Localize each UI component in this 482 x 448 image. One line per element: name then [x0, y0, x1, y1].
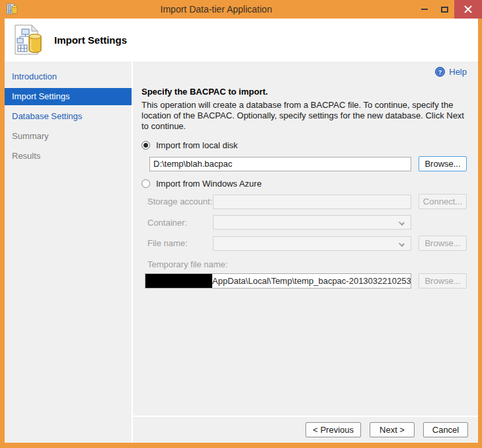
wizard-header: Import Settings — [5, 19, 478, 62]
file-name-label: File name: — [147, 238, 213, 248]
radio-windows-azure-label: Import from Windows Azure — [156, 179, 262, 189]
help-row: ? Help — [141, 67, 467, 77]
minimize-button[interactable] — [415, 0, 434, 19]
main-panel: ? Help Specify the BACPAC to import. Thi… — [133, 62, 478, 443]
sidebar-item-database-settings[interactable]: Database Settings — [5, 108, 132, 125]
container-dropdown — [213, 215, 411, 230]
file-name-dropdown — [213, 236, 411, 251]
chevron-down-icon — [399, 220, 405, 226]
window-title: Import Data-tier Application — [18, 4, 415, 15]
sidebar-item-results: Results — [5, 148, 132, 165]
help-link[interactable]: Help — [449, 67, 467, 77]
dialog-frame: Import Settings Introduction Import Sett… — [5, 19, 478, 443]
app-icon — [6, 3, 18, 15]
file-name-row: File name: Browse... — [147, 236, 467, 251]
chevron-down-icon — [399, 241, 405, 247]
import-data-tier-application-window: Import Data-tier Application — [0, 0, 482, 448]
help-icon: ? — [435, 67, 445, 77]
radio-windows-azure[interactable] — [141, 179, 150, 188]
browse-file-name-button: Browse... — [419, 236, 467, 251]
container-row: Container: — [147, 215, 467, 230]
svg-text:?: ? — [438, 69, 442, 75]
minimize-icon — [421, 9, 428, 10]
maximize-button[interactable] — [434, 0, 454, 19]
connect-button: Connect... — [419, 194, 467, 209]
sidebar-item-introduction[interactable]: Introduction — [5, 68, 132, 85]
import-azure-option[interactable]: Import from Windows Azure — [141, 179, 467, 189]
import-settings-content: ? Help Specify the BACPAC to import. Thi… — [133, 62, 478, 416]
sidebar-item-summary: Summary — [5, 128, 132, 145]
temporary-file-name-input[interactable]: AppData\Local\Temp\temp_bacpac-201303221… — [145, 273, 411, 289]
section-heading: Specify the BACPAC to import. — [141, 87, 467, 97]
radio-local-disk-label: Import from local disk — [156, 140, 238, 150]
window-controls — [415, 0, 482, 19]
temporary-file-name-row: AppData\Local\Temp\temp_bacpac-201303221… — [145, 273, 467, 289]
next-button[interactable]: Next > — [370, 422, 415, 437]
sidebar-item-import-settings[interactable]: Import Settings — [5, 88, 132, 105]
titlebar: Import Data-tier Application — [0, 0, 482, 19]
redacted-path-segment — [145, 274, 212, 288]
browse-local-button[interactable]: Browse... — [419, 156, 467, 171]
bacpac-path-input[interactable] — [149, 157, 411, 171]
section-description: This operation will create a database fr… — [141, 100, 467, 132]
maximize-icon — [441, 7, 448, 13]
wizard-body: Introduction Import Settings Database Se… — [5, 62, 478, 443]
radio-local-disk[interactable] — [141, 141, 150, 150]
wizard-steps-sidebar: Introduction Import Settings Database Se… — [5, 62, 132, 443]
previous-button[interactable]: < Previous — [305, 422, 361, 437]
page-title: Import Settings — [54, 34, 127, 46]
close-icon — [464, 5, 472, 13]
content-spacer — [141, 289, 467, 416]
storage-account-label: Storage account: — [147, 197, 213, 206]
close-button[interactable] — [454, 0, 482, 19]
local-path-row: Browse... — [149, 156, 467, 171]
data-tier-application-icon — [12, 24, 45, 57]
wizard-footer: < Previous Next > Cancel — [133, 416, 478, 443]
storage-account-input — [213, 195, 411, 209]
cancel-button[interactable]: Cancel — [423, 422, 468, 437]
import-local-disk-option[interactable]: Import from local disk — [141, 140, 467, 150]
container-label: Container: — [147, 218, 213, 228]
temporary-file-name-label: Temporary file name: — [147, 259, 467, 269]
temporary-file-name-text: AppData\Local\Temp\temp_bacpac-201303221… — [212, 276, 411, 286]
browse-temp-file-button: Browse... — [419, 273, 467, 289]
storage-account-row: Storage account: Connect... — [147, 194, 467, 209]
